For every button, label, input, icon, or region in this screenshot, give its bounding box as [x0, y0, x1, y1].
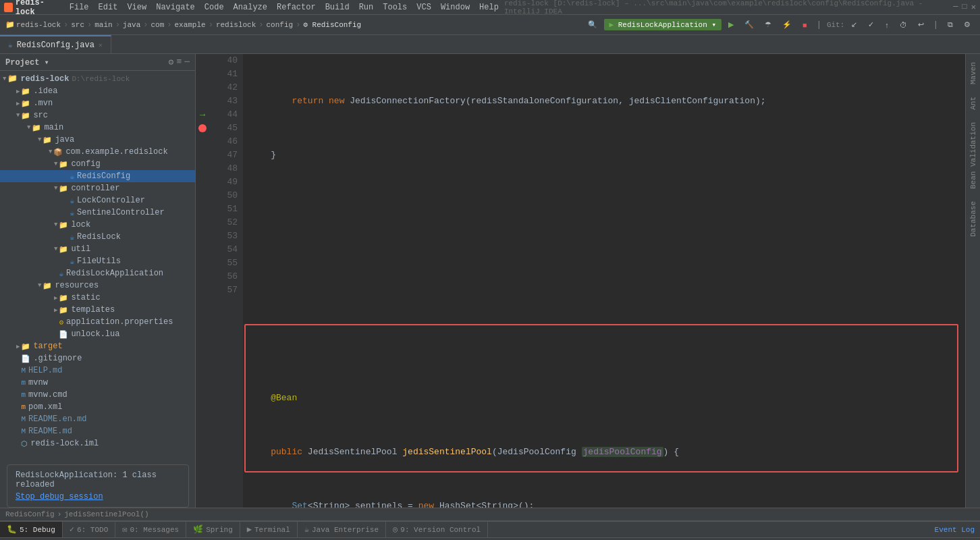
breadcrumb-config[interactable]: config [267, 21, 294, 29]
breadcrumb-redislock2[interactable]: redislock [216, 21, 256, 29]
git-rollback-button[interactable]: ↩ [914, 19, 928, 30]
menu-edit[interactable]: Edit [94, 1, 122, 14]
menu-file[interactable]: File [65, 1, 93, 14]
tree-unlock-lua[interactable]: ▶ 📄 unlock.lua [0, 328, 195, 340]
debug-tab[interactable]: 🐛 5: Debug [0, 522, 63, 537]
breadcrumb-redislock[interactable]: 📁 redis-lock [5, 20, 61, 29]
tree-idea[interactable]: ▶ 📁 .idea [0, 85, 195, 97]
database-tab[interactable]: Database [968, 196, 979, 242]
menu-window[interactable]: Window [437, 1, 474, 14]
breadcrumb-bottom-method[interactable]: jedisSentinelPool() [64, 510, 148, 518]
toolbar: 📁 redis-lock › src › main › java › com ›… [0, 15, 980, 35]
menu-analyze[interactable]: Analyze [229, 1, 271, 14]
tree-target[interactable]: ▶ 📁 target [0, 340, 195, 352]
menu-view[interactable]: View [123, 1, 151, 14]
menu-vcs[interactable]: VCS [412, 1, 435, 14]
git-push-button[interactable]: ↑ [881, 20, 893, 30]
terminal-icon: ▶ [247, 524, 252, 535]
tree-redislock[interactable]: ▶ ☕ RedisLock [0, 231, 195, 243]
breakpoint-icon[interactable] [198, 124, 207, 132]
build-button[interactable]: 🔨 [740, 19, 758, 30]
tree-mvnw-cmd[interactable]: ▶ m mvnw.cmd [0, 389, 195, 401]
tree-util[interactable]: ▼ 📁 util [0, 243, 195, 255]
tree-lock[interactable]: ▼ 📁 lock [0, 219, 195, 231]
tree-controller[interactable]: ▼ 📁 controller [0, 182, 195, 194]
breadcrumb-example[interactable]: example [174, 21, 205, 29]
tree-help-md[interactable]: ▶ M HELP.md [0, 364, 195, 377]
ant-tab[interactable]: Ant [968, 91, 979, 115]
sidebar-settings-icon[interactable]: ⚙ [169, 57, 174, 68]
menu-help[interactable]: Help [475, 1, 503, 14]
java-enterprise-tab[interactable]: ☕ Java Enterprise [298, 522, 386, 537]
breadcrumb-java[interactable]: java [123, 21, 140, 29]
copy-path-button[interactable]: ⧉ [944, 19, 957, 30]
event-log-link[interactable]: Event Log [935, 526, 975, 534]
spring-tab[interactable]: 🌿 Spring [186, 522, 240, 537]
sidebar-layout-icon[interactable]: ≡ [176, 57, 182, 68]
app-title: redis-lock [4, 0, 60, 17]
settings-button[interactable]: ⚙ [960, 19, 975, 30]
run-config-dropdown[interactable]: ▶ RedisLockApplication ▾ [604, 19, 722, 30]
breadcrumb-com[interactable]: com [151, 21, 164, 29]
run-button[interactable]: ▶ [724, 19, 738, 30]
code-editor[interactable]: → 40 41 [196, 54, 965, 508]
todo-tab[interactable]: ✓ 6: TODO [63, 522, 115, 537]
tree-src[interactable]: ▼ 📁 src [0, 109, 195, 122]
terminal-tab[interactable]: ▶ Terminal [240, 522, 298, 537]
menu-refactor[interactable]: Refactor [273, 1, 320, 14]
tree-templates[interactable]: ▶ 📁 templates [0, 304, 195, 316]
git-update-button[interactable]: ↙ [847, 19, 861, 30]
menu-run[interactable]: Run [355, 1, 378, 14]
sidebar: Project ▾ ⚙ ≡ ─ ▼ 📁 redis-lock D:\redis-… [0, 54, 196, 508]
stop-debug-link[interactable]: Stop debug session [16, 492, 103, 502]
close-button[interactable]: ✕ [971, 2, 976, 12]
tree-static[interactable]: ▶ 📁 static [0, 292, 195, 304]
tree-readme[interactable]: ▶ M README.md [0, 425, 195, 437]
tree-mvnw[interactable]: ▶ m mvnw [0, 377, 195, 389]
tree-main[interactable]: ▼ 📁 main [0, 122, 195, 134]
right-panel: Maven Ant Bean Validation Database [965, 54, 980, 508]
git-history-button[interactable]: ⏱ [896, 20, 911, 30]
tree-readme-en[interactable]: ▶ M README.en.md [0, 413, 195, 425]
breadcrumb-main[interactable]: main [94, 21, 112, 29]
tree-iml[interactable]: ▶ ⬡ redis-lock.iml [0, 437, 195, 450]
tree-pom-xml[interactable]: ▶ m pom.xml [0, 401, 195, 413]
menu-code[interactable]: Code [200, 1, 228, 14]
tab-redisconfig[interactable]: ☕ RedisConfig.java ✕ [0, 35, 111, 53]
tree-mvn[interactable]: ▶ 📁 .mvn [0, 97, 195, 109]
coverage-button[interactable]: ☂ [761, 19, 775, 30]
menu-build[interactable]: Build [321, 1, 354, 14]
tree-java[interactable]: ▼ 📁 java [0, 134, 195, 146]
bean-validation-tab[interactable]: Bean Validation [968, 117, 979, 194]
tree-resources[interactable]: ▼ 📁 resources [0, 279, 195, 292]
tree-lockcontroller[interactable]: ▶ ☕ LockController [0, 194, 195, 207]
version-control-tab[interactable]: ◎ 9: Version Control [386, 522, 488, 537]
maximize-button[interactable]: □ [962, 2, 967, 12]
search-everywhere-button[interactable]: 🔍 [584, 19, 601, 30]
tree-root[interactable]: ▼ 📁 redis-lock D:\redis-lock [0, 72, 195, 85]
tree-config[interactable]: ▼ 📁 config [0, 158, 195, 170]
menu-navigate[interactable]: Navigate [152, 1, 199, 14]
sidebar-minimize-icon[interactable]: ─ [184, 57, 190, 68]
breadcrumb-src[interactable]: src [71, 21, 84, 29]
profile-button[interactable]: ⚡ [778, 19, 796, 30]
tab-close-button[interactable]: ✕ [99, 41, 103, 49]
breadcrumb-bottom-redisconfig[interactable]: RedisConfig [5, 510, 55, 518]
maven-tab[interactable]: Maven [968, 57, 979, 90]
git-commit-button[interactable]: ✓ [864, 19, 878, 30]
messages-tab[interactable]: ✉ 0: Messages [115, 522, 186, 537]
minimize-button[interactable]: ─ [953, 2, 958, 12]
stop-button[interactable]: ■ [798, 20, 811, 30]
tree-redislockapplication[interactable]: ▶ ☕ RedisLockApplication [0, 267, 195, 279]
tree-app-properties[interactable]: ▶ ⚙ application.properties [0, 316, 195, 328]
tree-fileutils[interactable]: ▶ ☕ FileUtils [0, 255, 195, 267]
tree-sentinelcontroller[interactable]: ▶ ☕ SentinelController [0, 207, 195, 219]
ln-54: 54 [212, 243, 238, 256]
tree-com-example[interactable]: ▼ 📦 com.example.redislock [0, 146, 195, 158]
breadcrumb-redisconfig[interactable]: ⚙ RedisConfig [303, 20, 361, 29]
menu-bar: redis-lock File Edit View Navigate Code … [0, 0, 980, 15]
gutter-48 [196, 162, 209, 176]
tree-gitignore[interactable]: ▶ 📄 .gitignore [0, 352, 195, 364]
menu-tools[interactable]: Tools [379, 1, 411, 14]
tree-redisconfig[interactable]: ▶ ☕ RedisConfig [0, 170, 195, 182]
